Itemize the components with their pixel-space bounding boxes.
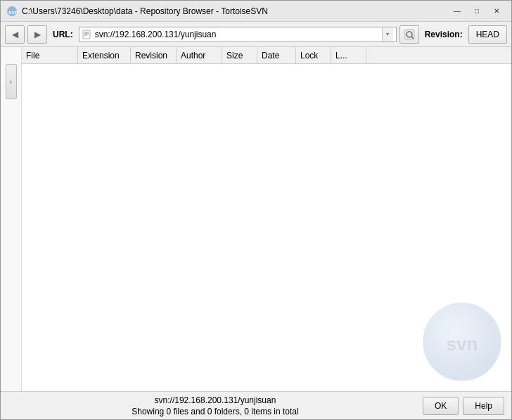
forward-icon: ▶	[34, 30, 41, 39]
file-browser: File Extension Revision Author Size Date	[22, 47, 511, 391]
tree-sidebar: ›	[1, 47, 22, 391]
url-dropdown-button[interactable]: ▾	[382, 27, 393, 42]
column-header-lock[interactable]: Lock	[296, 47, 331, 63]
title-bar: svn C:\Users\73246\Desktop\data - Reposi…	[1, 1, 511, 22]
status-bar: svn://192.168.200.131/yunjisuan Showing …	[1, 391, 511, 419]
expand-icon: ›	[10, 78, 12, 86]
app-icon: svn	[6, 6, 18, 17]
svn-watermark: svn	[420, 300, 504, 384]
url-input[interactable]	[95, 30, 382, 39]
status-count: Showing 0 files and 0 folders, 0 items i…	[132, 407, 298, 416]
minimize-button[interactable]: —	[448, 4, 466, 18]
column-header-date[interactable]: Date	[257, 47, 296, 63]
maximize-button[interactable]: □	[468, 4, 486, 18]
go-button[interactable]	[399, 25, 419, 44]
go-icon	[404, 29, 415, 40]
window-title: C:\Users\73246\Desktop\data - Repository…	[22, 6, 448, 16]
status-url: svn://192.168.200.131/yunjisuan	[155, 395, 276, 405]
column-header-last[interactable]: L...	[331, 47, 366, 63]
main-content: › File Extension Revision Author	[1, 47, 511, 391]
close-button[interactable]: ✕	[487, 4, 506, 18]
help-button[interactable]: Help	[463, 397, 504, 415]
toolbar: ◀ ▶ URL: ▾ Revision: HEAD	[1, 22, 511, 47]
forward-button[interactable]: ▶	[27, 25, 47, 44]
column-header-author[interactable]: Author	[177, 47, 222, 63]
back-button[interactable]: ◀	[5, 25, 25, 44]
revision-label: Revision:	[425, 30, 463, 39]
column-header-size[interactable]: Size	[222, 47, 257, 63]
back-icon: ◀	[12, 30, 18, 39]
sidebar-toggle-button[interactable]: ›	[6, 64, 17, 99]
svg-text:svn: svn	[8, 9, 18, 15]
column-header-revision[interactable]: Revision	[131, 47, 177, 63]
status-buttons: OK Help	[423, 397, 504, 415]
column-header-file[interactable]: File	[22, 47, 78, 63]
main-window: svn C:\Users\73246\Desktop\data - Reposi…	[0, 0, 512, 420]
status-info: svn://192.168.200.131/yunjisuan Showing …	[8, 395, 423, 416]
file-list[interactable]: svn	[22, 64, 511, 391]
column-header-extension[interactable]: Extension	[78, 47, 131, 63]
url-field-container: ▾	[79, 27, 397, 42]
window-controls: — □ ✕	[448, 4, 506, 18]
svg-rect-2	[83, 30, 90, 39]
svg-text:svn: svn	[447, 333, 478, 355]
ok-button[interactable]: OK	[423, 397, 459, 415]
url-label: URL:	[53, 30, 73, 39]
head-revision-button[interactable]: HEAD	[468, 25, 507, 44]
url-page-icon	[82, 30, 92, 39]
column-headers: File Extension Revision Author Size Date	[22, 47, 511, 64]
